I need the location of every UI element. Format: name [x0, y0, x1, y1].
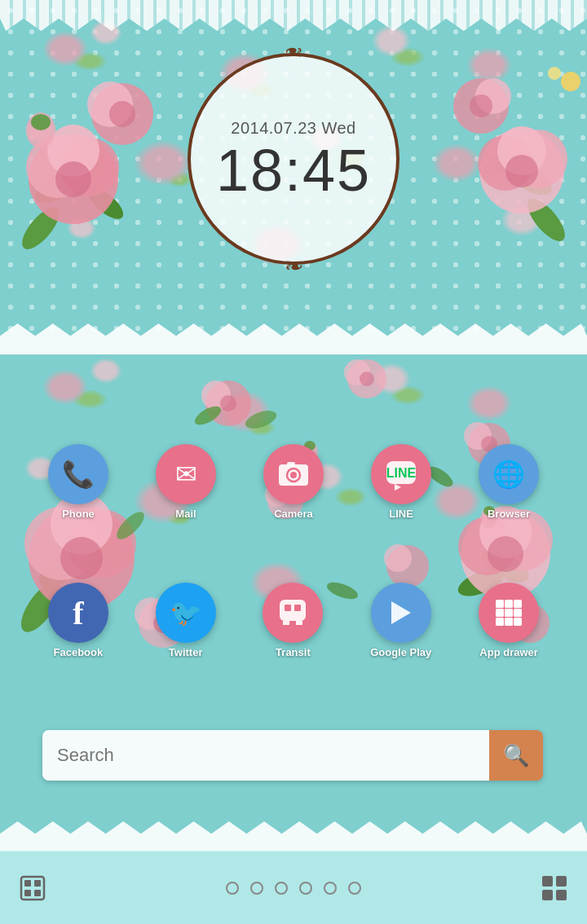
- app-circle-phone[interactable]: 📞: [48, 444, 108, 504]
- apps-grid-svg: [540, 873, 569, 903]
- app-label-camera: Camera: [274, 508, 313, 520]
- page-dot-5[interactable]: [348, 882, 361, 895]
- app-circle-mail[interactable]: ✉: [156, 444, 216, 504]
- svg-rect-82: [505, 600, 513, 608]
- app-label-browser: Browser: [488, 508, 530, 520]
- page-icon-svg: [18, 873, 47, 903]
- svg-rect-79: [296, 621, 302, 625]
- svg-rect-96: [556, 876, 567, 887]
- search-bar: 🔍: [42, 730, 543, 781]
- app-icon-mail[interactable]: ✉Mail: [156, 444, 216, 520]
- app-circle-transit[interactable]: [263, 583, 323, 643]
- svg-rect-90: [21, 877, 44, 900]
- svg-rect-97: [542, 890, 553, 900]
- search-button[interactable]: 🔍: [489, 730, 543, 781]
- page-dot-4[interactable]: [324, 882, 337, 895]
- app-circle-twitter[interactable]: 🐦: [156, 583, 216, 643]
- app-circle-gplay[interactable]: [371, 583, 431, 643]
- app-label-mail: Mail: [175, 508, 196, 520]
- svg-text:LINE: LINE: [386, 466, 417, 480]
- svg-rect-77: [294, 605, 301, 611]
- app-label-phone: Phone: [62, 508, 95, 520]
- app-circle-facebook[interactable]: f: [48, 583, 108, 643]
- svg-point-44: [220, 395, 236, 411]
- svg-marker-80: [391, 601, 411, 624]
- svg-rect-72: [287, 462, 295, 467]
- svg-point-55: [384, 544, 412, 572]
- app-circle-browser[interactable]: 🌐: [479, 444, 539, 504]
- svg-rect-89: [514, 618, 522, 626]
- app-icon-twitter[interactable]: 🐦Twitter: [156, 583, 216, 658]
- svg-rect-78: [283, 621, 289, 625]
- app-icon-transit[interactable]: Transit: [263, 583, 323, 658]
- app-circle-line[interactable]: LINE: [371, 444, 431, 504]
- clock-inner: 2014.07.23 Wed 18:45: [216, 119, 371, 200]
- app-row-2: fFacebook🐦TwitterTransitGoogle PlayApp d…: [0, 583, 587, 658]
- app-icon-phone[interactable]: 📞Phone: [48, 444, 108, 520]
- svg-rect-87: [496, 618, 504, 626]
- clock-time: 18:45: [216, 141, 371, 200]
- app-icon-gplay[interactable]: Google Play: [370, 583, 431, 658]
- page-dots: [226, 882, 361, 895]
- svg-rect-93: [24, 890, 31, 896]
- svg-rect-98: [556, 890, 567, 900]
- app-label-drawer: App drawer: [479, 646, 538, 658]
- bottom-navigation-bar: [0, 851, 587, 924]
- clock-date: 2014.07.23 Wed: [216, 119, 371, 138]
- page-dot-3[interactable]: [299, 882, 312, 895]
- svg-point-71: [290, 472, 297, 478]
- app-icon-facebook[interactable]: fFacebook: [48, 583, 108, 658]
- app-icon-line[interactable]: LINELINE: [371, 444, 431, 520]
- app-icon-browser[interactable]: 🌐Browser: [479, 444, 539, 520]
- app-icon-drawer[interactable]: App drawer: [479, 583, 539, 658]
- app-label-gplay: Google Play: [370, 646, 431, 658]
- home-icon[interactable]: [15, 870, 51, 906]
- svg-rect-92: [34, 880, 41, 887]
- app-row-1: 📞Phone✉MailCameraLINELINE🌐Browser: [0, 444, 587, 520]
- svg-rect-91: [24, 880, 31, 887]
- app-label-facebook: Facebook: [54, 646, 104, 658]
- svg-rect-75: [280, 600, 306, 621]
- app-label-transit: Transit: [276, 646, 311, 658]
- svg-rect-86: [514, 609, 522, 617]
- svg-rect-81: [496, 600, 504, 608]
- svg-rect-84: [496, 609, 504, 617]
- search-input[interactable]: [42, 730, 489, 781]
- svg-rect-85: [505, 609, 513, 617]
- svg-rect-88: [505, 618, 513, 626]
- app-circle-camera[interactable]: [263, 444, 324, 504]
- svg-rect-83: [514, 600, 522, 608]
- page-dot-1[interactable]: [250, 882, 263, 895]
- apps-grid-icon[interactable]: [536, 870, 572, 906]
- app-icon-camera[interactable]: Camera: [263, 444, 324, 520]
- clock-widget[interactable]: 2014.07.23 Wed 18:45: [188, 53, 399, 265]
- app-label-twitter: Twitter: [169, 646, 203, 658]
- svg-rect-76: [285, 605, 291, 611]
- svg-rect-94: [34, 890, 41, 896]
- svg-rect-95: [542, 876, 553, 887]
- page-dot-2[interactable]: [275, 882, 288, 895]
- app-circle-drawer[interactable]: [479, 583, 539, 643]
- app-label-line: LINE: [389, 508, 413, 520]
- page-dot-0[interactable]: [226, 882, 239, 895]
- svg-point-48: [360, 372, 374, 386]
